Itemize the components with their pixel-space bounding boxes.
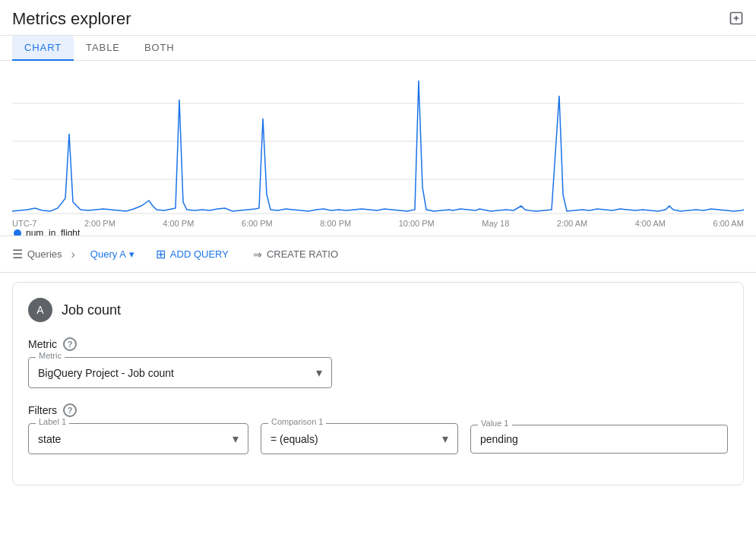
tab-bar: CHART TABLE BOTH — [0, 36, 756, 61]
query-selector[interactable]: Query A ▾ — [84, 245, 141, 263]
filters-help-icon[interactable]: ? — [63, 403, 77, 417]
value1-input[interactable] — [470, 425, 728, 454]
query-avatar: A — [28, 298, 52, 322]
tab-table[interactable]: TABLE — [74, 36, 132, 61]
page-header: Metrics explorer — [0, 0, 756, 36]
chart-svg — [12, 73, 744, 217]
comparison1-float: Comparison 1 — [268, 417, 326, 426]
x-label-1: 2:00 PM — [84, 219, 115, 228]
query-panel: A Job count Metric ? Metric BigQuery Pro… — [12, 282, 744, 485]
metric-dropdown-arrow: ▾ — [316, 365, 322, 380]
label1-arrow: ▾ — [232, 432, 239, 446]
x-label-0: UTC-7 — [12, 219, 36, 228]
ratio-icon: ⇒ — [253, 248, 262, 261]
metric-field: Metric BigQuery Project - Job count ▾ — [28, 357, 332, 388]
metric-label-row: Metric ? — [28, 337, 728, 351]
chart-area: UTC-7 2:00 PM 4:00 PM 6:00 PM 8:00 PM 10… — [0, 61, 756, 236]
label1-field: Label 1 state ▾ — [28, 423, 248, 454]
metric-section: Metric ? Metric BigQuery Project - Job c… — [28, 337, 728, 388]
comparison1-arrow: ▾ — [442, 432, 448, 446]
query-name: Query A — [90, 248, 126, 260]
filters-section: Filters ? Label 1 state ▾ Comparison 1 =… — [28, 403, 728, 454]
x-label-2: 4:00 PM — [163, 219, 194, 228]
query-panel-header: A Job count — [28, 298, 728, 322]
hamburger-icon: ☰ — [12, 247, 23, 261]
add-query-label: ADD QUERY — [170, 248, 229, 260]
metric-help-icon[interactable]: ? — [63, 337, 77, 351]
query-bar: ☰ Queries › Query A ▾ ⊞ ADD QUERY ⇒ CREA… — [0, 236, 756, 273]
metric-field-float-label: Metric — [36, 351, 65, 360]
comparison1-select[interactable]: = (equals) ▾ — [261, 423, 458, 454]
chart-container: UTC-7 2:00 PM 4:00 PM 6:00 PM 8:00 PM 10… — [12, 73, 744, 225]
add-query-button[interactable]: ⊞ ADD QUERY — [147, 242, 238, 266]
legend-dot — [14, 229, 21, 236]
tab-chart[interactable]: CHART — [12, 36, 74, 61]
chart-x-labels: UTC-7 2:00 PM 4:00 PM 6:00 PM 8:00 PM 10… — [12, 217, 744, 228]
label1-float: Label 1 — [36, 417, 69, 426]
filters-section-label: Filters — [28, 404, 57, 416]
breadcrumb-separator: › — [71, 248, 75, 261]
plus-icon: ⊞ — [156, 247, 166, 261]
create-ratio-button[interactable]: ⇒ CREATE RATIO — [244, 244, 347, 265]
chevron-down-icon: ▾ — [129, 248, 134, 260]
query-panel-title: Job count — [62, 302, 121, 318]
x-label-5: 10:00 PM — [399, 219, 435, 228]
legend-label: num_in_flight — [26, 228, 80, 236]
queries-label-text: Queries — [27, 248, 62, 260]
metric-section-label: Metric — [28, 338, 57, 350]
x-label-4: 8:00 PM — [320, 219, 351, 228]
page-title: Metrics explorer — [12, 9, 131, 29]
x-label-8: 4:00 AM — [635, 219, 666, 228]
value1-float: Value 1 — [478, 419, 512, 428]
comparison1-value: = (equals) — [270, 433, 318, 445]
metric-value: BigQuery Project - Job count — [38, 367, 174, 379]
create-ratio-label: CREATE RATIO — [267, 248, 338, 260]
x-label-7: 2:00 AM — [557, 219, 587, 228]
x-label-9: 6:00 AM — [713, 219, 744, 228]
info-icon[interactable] — [729, 11, 744, 28]
filters-label-row: Filters ? — [28, 403, 728, 417]
tab-both[interactable]: BOTH — [132, 36, 187, 61]
x-label-3: 6:00 PM — [242, 219, 273, 228]
metric-select[interactable]: BigQuery Project - Job count ▾ — [28, 357, 332, 388]
value1-field: Value 1 — [470, 425, 728, 454]
label1-select[interactable]: state ▾ — [28, 423, 248, 454]
filters-row: Label 1 state ▾ Comparison 1 = (equals) … — [28, 423, 728, 454]
x-label-6: May 18 — [482, 219, 509, 228]
comparison1-field: Comparison 1 = (equals) ▾ — [261, 423, 458, 454]
label1-value: state — [38, 433, 61, 445]
queries-nav[interactable]: ☰ Queries — [12, 247, 62, 261]
